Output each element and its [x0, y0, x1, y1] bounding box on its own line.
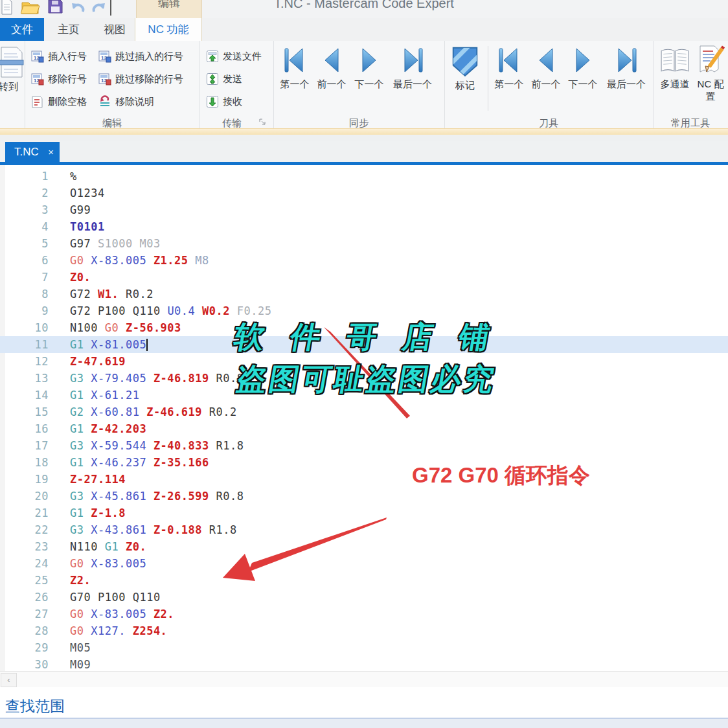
tool-previous-button[interactable]: 前一个 — [528, 45, 564, 91]
code-line-18[interactable]: 18G1 X-46.237 Z-35.166 — [0, 454, 728, 471]
code-line-5[interactable]: 5G97 S1000 M03 — [0, 235, 728, 252]
document-tab-label: T.NC — [14, 146, 39, 158]
code-text: Z2. — [49, 572, 91, 589]
code-line-25[interactable]: 25Z2. — [0, 572, 728, 589]
tool-last-button[interactable]: 最后一个 — [604, 45, 649, 91]
code-line-1[interactable]: 1% — [0, 168, 728, 185]
code-text: G99 — [49, 201, 91, 218]
code-line-10[interactable]: 10N100 G0 Z-56.903 — [0, 319, 728, 336]
sync-next-button[interactable]: 下一个 — [351, 45, 387, 91]
code-line-2[interactable]: 2O1234 — [0, 185, 728, 201]
code-line-17[interactable]: 17G3 X-59.544 Z-40.833 R1.8 — [0, 437, 728, 454]
tool-next-button[interactable]: 下一个 — [565, 45, 601, 91]
receive-button[interactable]: 接收 — [206, 93, 242, 110]
code-editor[interactable]: 1%2O12343G994T01015G97 S1000 M036G0 X-83… — [0, 165, 728, 671]
code-line-4[interactable]: 4T0101 — [0, 218, 728, 235]
nc-config-icon — [696, 45, 725, 76]
code-line-3[interactable]: 3G99 — [0, 201, 728, 218]
code-line-12[interactable]: 12Z-47.619 — [0, 353, 728, 370]
skip-removed-line-numbers-label: 跳过移除的行号 — [115, 73, 183, 85]
scroll-left-button[interactable]: ‹ — [1, 673, 17, 687]
code-text: G72 W1. R0.2 — [49, 286, 154, 302]
ribbon-group-tool: 标记 第一个 前一个 下一个 最后一个 刀具 — [444, 41, 654, 129]
code-line-30[interactable]: 30M09 — [0, 656, 728, 671]
send-file-button[interactable]: 发送文件 — [206, 48, 262, 65]
code-line-6[interactable]: 6G0 X-83.005 Z1.25 M8 — [0, 252, 728, 269]
code-text: Z-47.619 — [49, 353, 126, 370]
code-line-23[interactable]: 23N110 G1 Z0. — [0, 538, 728, 555]
line-number: 30 — [0, 656, 49, 671]
sync-last-button[interactable]: 最后一个 — [390, 45, 435, 91]
skip-removed-line-numbers-button[interactable]: 12 跳过移除的行号 — [98, 71, 183, 87]
mark-button[interactable]: 标记 — [447, 45, 483, 92]
line-number: 24 — [0, 555, 49, 572]
find-scope-panel: 查找范围 — [0, 687, 728, 718]
sync-first-label: 第一个 — [280, 78, 310, 89]
close-tab-icon[interactable]: × — [48, 142, 54, 162]
code-line-21[interactable]: 21G1 Z-1.8 — [0, 505, 728, 521]
insert-line-numbers-button[interactable]: 12 插入行号 — [31, 48, 87, 65]
nc-config-button[interactable]: NC 配置 — [696, 45, 725, 103]
skip-removed-line-numbers-icon: 12 — [98, 73, 111, 85]
code-line-15[interactable]: 15G2 X-60.81 Z-46.619 R0.2 — [0, 404, 728, 420]
skip-inserted-line-numbers-button[interactable]: 12 跳过插入的行号 — [98, 48, 183, 65]
line-number: 9 — [0, 302, 49, 319]
tab-file[interactable]: 文件 — [0, 18, 44, 41]
code-line-29[interactable]: 29M05 — [0, 639, 728, 656]
find-scope-label: 查找范围 — [5, 696, 65, 716]
code-line-26[interactable]: 26G70 P100 Q110 — [0, 589, 728, 606]
line-number: 13 — [0, 370, 49, 387]
send-button[interactable]: 发送 — [206, 71, 242, 87]
code-line-20[interactable]: 20G3 X-45.861 Z-26.599 R0.8 — [0, 488, 728, 505]
code-line-19[interactable]: 19Z-27.114 — [0, 471, 728, 488]
code-text: G1 Z-42.203 — [49, 420, 146, 437]
remove-line-numbers-button[interactable]: 12 移除行号 — [31, 71, 87, 87]
status-bar — [0, 718, 728, 728]
tab-nc-functions[interactable]: NC 功能 — [135, 18, 202, 41]
code-text: M05 — [49, 639, 91, 656]
tool-first-button[interactable]: 第一个 — [491, 45, 527, 91]
code-line-13[interactable]: 13G3 X-79.405 Z-46.819 R0.8 — [0, 370, 728, 387]
sync-previous-button[interactable]: 前一个 — [313, 45, 350, 91]
remove-line-numbers-icon: 12 — [31, 73, 44, 85]
transfer-dialog-launcher-icon[interactable] — [259, 119, 267, 126]
code-line-16[interactable]: 16G1 Z-42.203 — [0, 420, 728, 437]
code-line-11[interactable]: 11G1 X-81.005 — [0, 336, 728, 353]
line-number: 25 — [0, 572, 49, 589]
code-line-28[interactable]: 28G0 X127. Z254. — [0, 622, 728, 639]
sync-first-button[interactable]: 第一个 — [277, 45, 313, 91]
multichannel-label: 多通道 — [661, 78, 690, 89]
multichannel-button[interactable]: 多通道 — [657, 45, 693, 91]
tool-group-separator — [488, 46, 488, 111]
first-icon — [282, 45, 308, 76]
tool-first-label: 第一个 — [495, 78, 524, 89]
document-tab-tnc[interactable]: T.NC × — [5, 142, 60, 162]
line-number: 26 — [0, 589, 49, 606]
goto-label[interactable]: 转到 — [0, 81, 23, 93]
code-text: G1 X-46.237 Z-35.166 — [49, 454, 209, 471]
window-title: T.NC - Mastercam Code Expert — [0, 0, 728, 11]
line-number: 20 — [0, 488, 49, 505]
goto-icon[interactable] — [0, 46, 25, 80]
code-line-8[interactable]: 8G72 W1. R0.2 — [0, 286, 728, 302]
tool-next-label: 下一个 — [569, 78, 598, 89]
skip-inserted-line-numbers-label: 跳过插入的行号 — [115, 51, 183, 63]
ribbon-group-edit: 12 插入行号 12 移除行号 删除空格 12 跳过插入的行号 12 跳过移除的… — [25, 41, 200, 129]
code-line-27[interactable]: 27G0 X-83.005 Z2. — [0, 606, 728, 622]
ribbon-tab-row: 文件 主页 视图 NC 功能 — [0, 18, 728, 41]
code-line-7[interactable]: 7Z0. — [0, 269, 728, 286]
code-text: G3 X-79.405 Z-46.819 R0.8 — [49, 370, 244, 387]
code-text: G3 X-43.861 Z-0.188 R1.8 — [49, 521, 237, 538]
remove-comments-button[interactable]: 移除说明 — [98, 93, 154, 110]
line-number: 29 — [0, 639, 49, 656]
tab-view[interactable]: 视图 — [93, 18, 136, 41]
delete-spaces-button[interactable]: 删除空格 — [31, 93, 87, 110]
code-line-14[interactable]: 14G1 X-61.21 — [0, 387, 728, 404]
code-line-22[interactable]: 22G3 X-43.861 Z-0.188 R1.8 — [0, 521, 728, 538]
horizontal-scrollbar[interactable]: ‹ — [0, 671, 728, 687]
code-line-24[interactable]: 24G0 X-83.005 — [0, 555, 728, 572]
code-text: N100 G0 Z-56.903 — [49, 319, 181, 336]
code-line-9[interactable]: 9G72 P100 Q110 U0.4 W0.2 F0.25 — [0, 302, 728, 319]
tab-home[interactable]: 主页 — [44, 18, 93, 41]
skip-inserted-line-numbers-icon: 12 — [98, 50, 111, 63]
